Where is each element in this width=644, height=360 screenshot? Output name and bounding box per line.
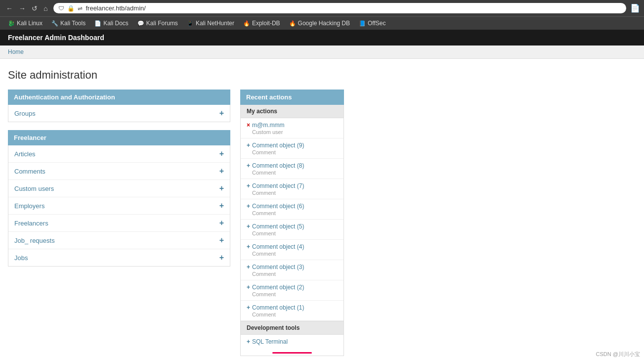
employers-link[interactable]: Employers	[14, 202, 44, 210]
comment-link-2[interactable]: Comment object (2)	[252, 284, 304, 291]
comment-model: Comment	[252, 251, 304, 257]
comment-content: Comment object (9) Comment	[252, 141, 304, 155]
comment-item-4: + Comment object (4) Comment	[241, 240, 343, 260]
bookmark-label: Exploit-DB	[252, 20, 280, 27]
deleted-action-item: × m@m.mmm Custom user	[241, 118, 343, 138]
breadcrumb-home[interactable]: Home	[8, 48, 24, 55]
comment-content: Comment object (7) Comment	[252, 182, 304, 196]
comment-model: Comment	[252, 170, 304, 176]
add-icon: +	[247, 182, 250, 189]
redirect-icon: ⇌	[78, 5, 83, 12]
employers-add-link[interactable]: +	[219, 201, 224, 210]
comment-content: Comment object (4) Comment	[252, 243, 304, 257]
comment-link-5[interactable]: Comment object (5)	[252, 223, 304, 230]
comment-item-5: + Comment object (5) Comment	[241, 220, 343, 240]
kali-docs-icon: 📄	[94, 20, 101, 27]
bookmark-kali-nethunter[interactable]: 📱 Kali NetHunter	[183, 19, 238, 28]
admin-layout: Authentication and Authorization Groups …	[8, 90, 636, 356]
comment-link-4[interactable]: Comment object (4)	[252, 243, 304, 250]
comment-item-9: + Comment object (9) Comment	[241, 138, 343, 159]
action-row: + Comment object (2) Comment	[247, 283, 338, 297]
bookmark-label: OffSec	[368, 20, 386, 27]
comment-content: Comment object (2) Comment	[252, 283, 304, 297]
custom-users-link[interactable]: Custom users	[14, 185, 54, 192]
groups-link[interactable]: Groups	[14, 110, 36, 117]
comment-content: Comment object (6) Comment	[252, 202, 304, 216]
comment-link-9[interactable]: Comment object (9)	[252, 142, 304, 149]
bookmark-kali-tools[interactable]: 🔧 Kali Tools	[47, 19, 89, 28]
job-requests-add-link[interactable]: +	[219, 236, 224, 245]
bookmark-google-hacking-db[interactable]: 🔥 Google Hacking DB	[285, 19, 354, 28]
lock-icon: 🔒	[67, 5, 75, 12]
bookmark-exploit-db[interactable]: 🔥 Exploit-DB	[239, 19, 284, 28]
freelancer-section-header: Freelancer	[8, 130, 230, 145]
bookmark-label: Kali NetHunter	[196, 20, 234, 27]
bookmark-kali-linux[interactable]: 🐉 Kali Linux	[4, 19, 46, 28]
my-actions-title: My actions	[247, 108, 277, 115]
left-panel: Authentication and Authorization Groups …	[8, 90, 230, 267]
address-bar[interactable]: 🛡 🔒 ⇌ freelancer.htb/admin/	[53, 3, 626, 13]
reload-button[interactable]: ↺	[30, 3, 40, 13]
comment-link-1[interactable]: Comment object (1)	[252, 304, 304, 311]
bookmark-label: Kali Forums	[146, 20, 178, 27]
offsec-icon: 📘	[359, 20, 366, 27]
freelancers-add-link[interactable]: +	[219, 219, 224, 227]
add-icon: +	[247, 203, 250, 210]
comment-content: Comment object (8) Comment	[252, 162, 304, 176]
action-row: + Comment object (9) Comment	[247, 141, 338, 155]
jobs-link[interactable]: Jobs	[14, 254, 28, 262]
auth-section-body: Groups +	[8, 105, 230, 122]
page-title: Site administration	[8, 69, 636, 82]
kali-linux-icon: 🐉	[8, 20, 15, 27]
dev-tools-title: Development tools	[247, 324, 300, 331]
articles-link[interactable]: Articles	[14, 150, 36, 158]
comment-link-8[interactable]: Comment object (8)	[252, 162, 304, 169]
jobs-row: Jobs +	[8, 249, 230, 266]
groups-add-link[interactable]: +	[219, 109, 224, 118]
sql-terminal-row: + SQL Terminal	[241, 335, 343, 348]
comment-link-7[interactable]: Comment object (7)	[252, 182, 304, 189]
bookmark-kali-docs[interactable]: 📄 Kali Docs	[90, 19, 132, 28]
back-button[interactable]: ←	[4, 3, 15, 13]
comment-content: Comment object (1) Comment	[252, 304, 304, 317]
action-row: + Comment object (1) Comment	[247, 304, 338, 317]
recent-body: My actions × m@m.mmm Custom user	[240, 105, 344, 356]
sql-terminal-add-icon: +	[247, 338, 250, 345]
comment-item-6: + Comment object (6) Comment	[241, 199, 343, 220]
my-actions-header: My actions	[241, 105, 343, 118]
exploit-db-icon: 🔥	[243, 20, 250, 27]
forward-button[interactable]: →	[17, 3, 28, 13]
home-button[interactable]: ⌂	[42, 3, 49, 13]
sql-terminal-link[interactable]: SQL Terminal	[252, 338, 288, 345]
comment-item-8: + Comment object (8) Comment	[241, 159, 343, 179]
comment-model: Comment	[252, 312, 304, 317]
bookmark-kali-forums[interactable]: 💬 Kali Forums	[133, 19, 182, 28]
freelancers-link[interactable]: Freelancers	[14, 220, 48, 227]
articles-add-link[interactable]: +	[219, 149, 224, 158]
custom-users-row: Custom users +	[8, 180, 230, 197]
comment-model: Comment	[252, 291, 304, 297]
deleted-action-row: × m@m.mmm Custom user	[247, 121, 338, 135]
watermark: CSDN @川川小宝	[592, 349, 644, 360]
comment-model: Comment	[252, 230, 304, 236]
auth-section-link[interactable]: Authentication and Authorization	[14, 93, 115, 101]
comments-link[interactable]: Comments	[14, 168, 45, 175]
browser-chrome: ← → ↺ ⌂ 🛡 🔒 ⇌ freelancer.htb/admin/ 📄	[0, 0, 644, 16]
action-row: + Comment object (3) Comment	[247, 263, 338, 277]
custom-users-add-link[interactable]: +	[219, 184, 224, 193]
page-icon: 📄	[630, 3, 640, 13]
comment-link-3[interactable]: Comment object (3)	[252, 264, 304, 270]
add-icon: +	[247, 264, 250, 270]
shield-icon: 🛡	[58, 5, 64, 12]
add-icon: +	[247, 243, 250, 250]
job-requests-link[interactable]: Job_ requests	[14, 237, 55, 244]
deleted-user-link[interactable]: m@m.mmm	[252, 122, 285, 129]
comment-link-6[interactable]: Comment object (6)	[252, 203, 304, 210]
bookmark-offsec[interactable]: 📘 OffSec	[355, 19, 389, 28]
comments-add-link[interactable]: +	[219, 167, 224, 176]
comment-item-1: + Comment object (1) Comment	[241, 301, 343, 321]
jobs-add-link[interactable]: +	[219, 253, 224, 262]
add-icon: +	[247, 162, 250, 169]
articles-row: Articles +	[8, 145, 230, 163]
recent-actions-header: Recent actions	[240, 90, 344, 105]
